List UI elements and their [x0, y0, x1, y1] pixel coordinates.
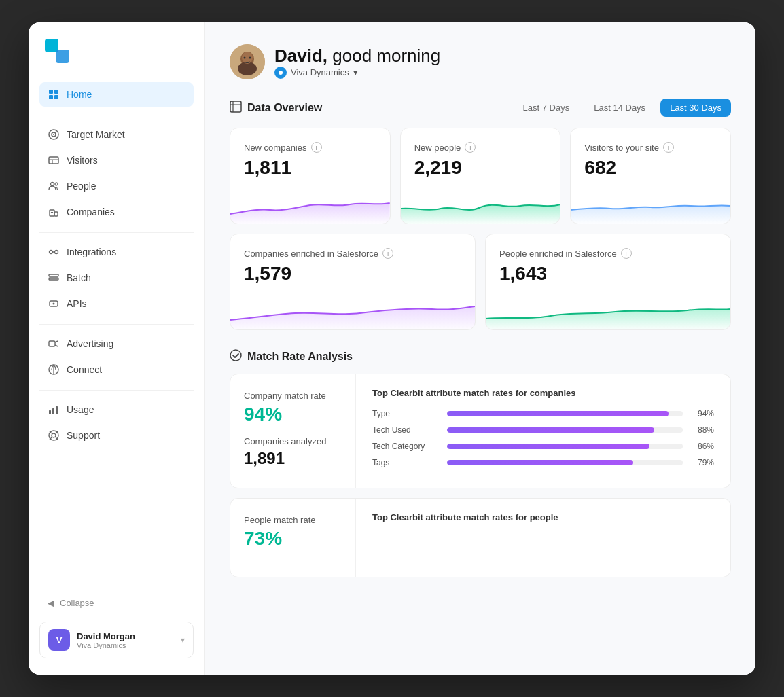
- stats-cards-row2: Companies enriched in Salesforce i 1,579: [230, 234, 731, 330]
- main-content: David, good morning Viva Dynamics ▾: [205, 22, 755, 675]
- integrations-icon: [48, 246, 60, 258]
- app-logo: [39, 39, 194, 66]
- user-profile-card[interactable]: V David Morgan Viva Dynamics ▾: [39, 622, 194, 658]
- sparkline-visitors: [571, 188, 730, 224]
- chevron-down-icon: ▾: [181, 635, 185, 645]
- sparkline-companies-sf: [230, 294, 475, 329]
- advertising-icon: [48, 338, 60, 350]
- sidebar: Home Target Market Visitors People: [29, 22, 205, 675]
- stat-label: Companies enriched in Salesforce i: [244, 248, 461, 259]
- sidebar-item-label: Support: [67, 430, 100, 441]
- svg-point-24: [53, 303, 55, 305]
- svg-point-44: [249, 57, 251, 59]
- bar-track: [447, 411, 683, 416]
- svg-rect-9: [49, 157, 58, 164]
- stat-card-visitors: Visitors to your site i 682: [570, 128, 731, 224]
- bar-fill: [447, 427, 654, 433]
- bar-pct: 88%: [690, 425, 714, 435]
- svg-rect-4: [49, 95, 53, 99]
- sidebar-item-companies[interactable]: Companies: [39, 200, 194, 224]
- bar-track: [447, 460, 683, 465]
- stat-value: 682: [584, 157, 717, 179]
- sidebar-item-integrations[interactable]: Integrations: [39, 240, 194, 264]
- target-icon: [48, 128, 60, 141]
- sidebar-item-label: Home: [67, 89, 92, 100]
- connect-icon: [48, 363, 60, 376]
- svg-rect-0: [45, 39, 58, 52]
- bar-label: Tech Used: [372, 425, 440, 435]
- match-rate-icon: [230, 349, 242, 364]
- sidebar-item-home[interactable]: Home: [39, 82, 194, 107]
- sidebar-item-label: Target Market: [67, 129, 125, 140]
- company-match-card: Company match rate 94% Companies analyze…: [230, 374, 731, 488]
- sidebar-item-usage[interactable]: Usage: [39, 397, 194, 422]
- filter-14-days[interactable]: Last 14 Days: [584, 99, 655, 117]
- sidebar-item-people[interactable]: People: [39, 174, 194, 198]
- bar-fill: [447, 460, 633, 465]
- svg-point-8: [53, 134, 54, 135]
- info-icon[interactable]: i: [311, 142, 322, 153]
- greeting-text: David, good morning Viva Dynamics ▾: [274, 46, 440, 79]
- bar-fill: [447, 444, 649, 449]
- bar-row: Tech Used 88%: [372, 425, 714, 435]
- company-match-left: Company match rate 94% Companies analyze…: [230, 374, 356, 488]
- bar-track: [447, 427, 683, 433]
- svg-point-34: [52, 433, 56, 437]
- avatar: V: [48, 629, 70, 651]
- match-rate-section-title: Match Rate Analysis: [230, 349, 731, 364]
- stat-value: 2,219: [414, 157, 547, 179]
- svg-rect-25: [49, 341, 55, 346]
- sparkline-people: [401, 188, 560, 224]
- sidebar-item-support[interactable]: Support: [39, 423, 194, 448]
- sidebar-item-apis[interactable]: APIs: [39, 291, 194, 316]
- bar-row: Tech Category 86%: [372, 442, 714, 451]
- people-match-left: People match rate 73%: [230, 499, 356, 577]
- svg-rect-3: [54, 90, 58, 94]
- stat-card-new-people: New people i 2,219: [400, 128, 561, 224]
- svg-rect-15: [54, 212, 58, 216]
- batch-icon: [48, 272, 60, 284]
- sidebar-item-visitors[interactable]: Visitors: [39, 148, 194, 173]
- workspace-chevron-icon: ▾: [353, 67, 358, 77]
- stat-label: People enriched in Salesforce i: [499, 248, 717, 259]
- svg-line-27: [55, 345, 58, 346]
- sidebar-item-advertising[interactable]: Advertising: [39, 332, 194, 356]
- bar-row: Tags 79%: [372, 458, 714, 467]
- bar-fill: [447, 411, 669, 416]
- workspace-icon: [274, 67, 287, 79]
- workspace-name: Viva Dynamics: [291, 67, 349, 77]
- people-bars-title: Top Clearbit attribute match rates for p…: [372, 512, 714, 522]
- svg-rect-32: [56, 406, 58, 414]
- sidebar-item-target-market[interactable]: Target Market: [39, 122, 194, 147]
- companies-analyzed-label: Companies analyzed: [244, 436, 342, 446]
- info-icon[interactable]: i: [663, 142, 674, 153]
- workspace-badge[interactable]: Viva Dynamics ▾: [274, 67, 440, 79]
- info-icon[interactable]: i: [465, 142, 476, 153]
- svg-rect-2: [49, 90, 53, 94]
- svg-rect-5: [54, 95, 58, 99]
- sidebar-item-batch[interactable]: Batch: [39, 266, 194, 290]
- filter-7-days[interactable]: Last 7 Days: [514, 99, 580, 117]
- people-match-right: Top Clearbit attribute match rates for p…: [356, 499, 730, 577]
- data-overview-header: Data Overview Last 7 Days Last 14 Days L…: [230, 99, 731, 117]
- info-icon[interactable]: i: [382, 248, 393, 259]
- data-overview-icon: [230, 101, 242, 115]
- collapse-button[interactable]: ◀ Collapse: [39, 592, 194, 613]
- sidebar-item-label: Advertising: [67, 338, 113, 349]
- svg-rect-31: [52, 408, 54, 414]
- stat-card-people-sf: People enriched in Salesforce i 1,643: [485, 234, 731, 330]
- stat-label: Visitors to your site i: [584, 142, 717, 153]
- bar-label: Tech Category: [372, 442, 440, 451]
- svg-point-13: [55, 183, 58, 185]
- info-icon[interactable]: i: [621, 248, 632, 259]
- sidebar-item-connect[interactable]: Connect: [39, 357, 194, 382]
- stat-value: 1,579: [244, 263, 461, 285]
- company-match-rate-label: Company match rate: [244, 391, 342, 401]
- bar-label: Type: [372, 409, 440, 418]
- sidebar-item-label: Usage: [67, 404, 94, 415]
- bar-pct: 94%: [690, 409, 714, 418]
- data-overview-title: Data Overview: [247, 102, 322, 114]
- company-match-right: Top Clearbit attribute match rates for c…: [356, 374, 730, 488]
- people-match-rate-value: 73%: [244, 528, 342, 550]
- filter-30-days[interactable]: Last 30 Days: [660, 99, 731, 117]
